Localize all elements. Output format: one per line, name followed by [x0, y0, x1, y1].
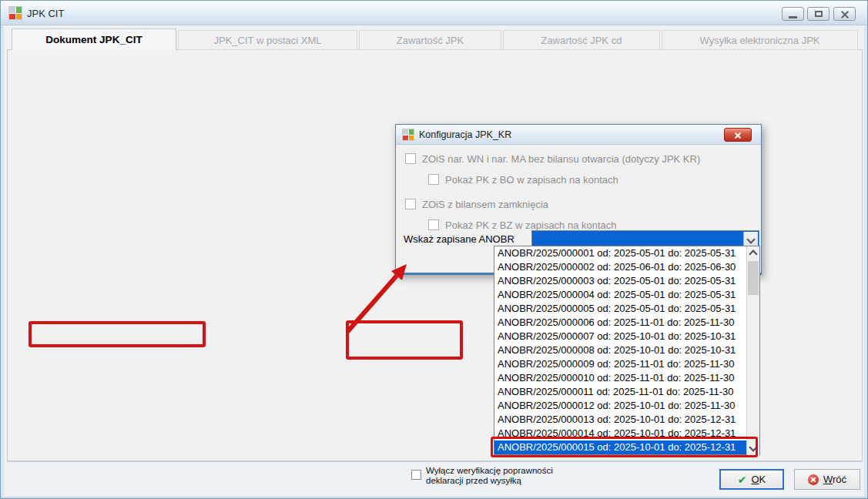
tab-jpk-cit-xml[interactable]: JPK_CIT w postaci XML: [178, 30, 357, 50]
zois-open-checkbox: [405, 153, 416, 164]
zois-open-label: ZOiS nar. WN i nar. MA bez bilansu otwar…: [422, 153, 700, 165]
tab-zawartosc-jpk-cd[interactable]: Zawartość JPK cd: [503, 30, 660, 50]
verify-label-line2: deklaracji przed wysyłką: [426, 476, 521, 485]
scrollbar-track[interactable]: [746, 246, 759, 454]
zois-close-checkbox: [405, 199, 416, 209]
dropdown-item[interactable]: ANOBR/2025/000007 od: 2025-10-01 do: 202…: [494, 330, 747, 343]
pk-bz-checkbox: [428, 219, 439, 230]
pk-bo-label: Pokaż PK z BO w zapisach na kontach: [445, 174, 618, 186]
window-frame-left: [1, 25, 4, 497]
verify-label-line1: Wyłącz weryfikację poprawności: [426, 466, 553, 475]
window-frame-right: [864, 25, 867, 497]
maximize-icon: [815, 11, 823, 17]
dropdown-item[interactable]: ANOBR/2025/000012 od: 2025-10-01 do: 202…: [494, 399, 747, 413]
anobr-dropdown-list: ANOBR/2025/000001 od: 2025-05-01 do: 202…: [494, 246, 760, 455]
window-title: JPK CIT: [27, 8, 64, 19]
app-icon: [402, 129, 414, 141]
dropdown-item[interactable]: ANOBR/2025/000010 od: 2025-11-01 do: 202…: [494, 371, 747, 385]
dialog-titlebar[interactable]: Konfiguracja JPK_KR: [396, 125, 761, 145]
pk-bz-label: Pokaż PK z BZ w zapisach na kontach: [445, 219, 617, 231]
tab-dokument-jpk-cit[interactable]: Dokument JPK_CIT: [12, 28, 176, 50]
tab-wysylka-elektroniczna[interactable]: Wysyłka elektroniczna JPK: [662, 30, 858, 50]
dialog-close-button[interactable]: [724, 128, 752, 142]
chevron-down-icon: [746, 235, 755, 243]
app-icon: [8, 6, 22, 20]
jpk-cit-window: JPK CIT Dokument JPK_CIT JPK_CIT w posta…: [0, 0, 868, 499]
scroll-up-button[interactable]: [747, 246, 759, 260]
titlebar[interactable]: JPK CIT: [1, 1, 867, 25]
dropdown-item[interactable]: ANOBR/2025/000006 od: 2025-11-01 do: 202…: [494, 316, 747, 330]
dropdown-item[interactable]: ANOBR/2025/000009 od: 2025-11-01 do: 202…: [494, 357, 747, 371]
pk-bo-checkbox: [428, 174, 439, 185]
minimize-button[interactable]: [782, 7, 804, 21]
minimize-icon: [789, 16, 797, 18]
ok-button[interactable]: ✔ OK: [719, 469, 784, 490]
dropdown-item[interactable]: ANOBR/2025/000005 od: 2025-05-01 do: 202…: [494, 302, 747, 316]
scroll-down-button[interactable]: [747, 442, 759, 455]
back-button[interactable]: Wróć: [794, 469, 860, 490]
zois-close-label: ZOiS z bilansem zamknięcia: [422, 199, 548, 210]
dropdown-item[interactable]: ANOBR/2025/000015 od: 2025-10-01 do: 202…: [494, 440, 747, 454]
dropdown-item[interactable]: ANOBR/2025/000011 od: 2025-11-01 do: 202…: [494, 385, 747, 399]
dropdown-item[interactable]: ANOBR/2025/000003 od: 2025-05-01 do: 202…: [494, 274, 747, 288]
scrollbar-thumb[interactable]: [748, 261, 759, 295]
tab-zawartosc-jpk[interactable]: Zawartość JPK: [359, 30, 501, 50]
anobr-combo-label: Wskaż zapisane ANOBR: [404, 233, 514, 245]
red-cross-icon: [808, 474, 819, 485]
dropdown-item[interactable]: ANOBR/2025/000001 od: 2025-05-01 do: 202…: [494, 246, 747, 260]
close-button[interactable]: [833, 7, 856, 21]
combo-dropdown-button[interactable]: [743, 232, 758, 246]
disable-verification-checkbox[interactable]: [411, 470, 421, 480]
dialog-title: Konfiguracja JPK_KR: [419, 129, 511, 140]
dropdown-item[interactable]: ANOBR/2025/000014 od: 2025-10-01 do: 202…: [494, 427, 747, 440]
dropdown-item[interactable]: ANOBR/2025/000008 od: 2025-10-01 do: 202…: [494, 343, 747, 357]
dropdown-item[interactable]: ANOBR/2025/000004 od: 2025-05-01 do: 202…: [494, 288, 747, 302]
dropdown-item[interactable]: ANOBR/2025/000013 od: 2025-10-01 do: 202…: [494, 413, 747, 427]
maximize-button[interactable]: [807, 7, 829, 21]
green-check-icon: ✔: [738, 474, 747, 485]
dropdown-item[interactable]: ANOBR/2025/000002 od: 2025-06-01 do: 202…: [494, 260, 747, 274]
